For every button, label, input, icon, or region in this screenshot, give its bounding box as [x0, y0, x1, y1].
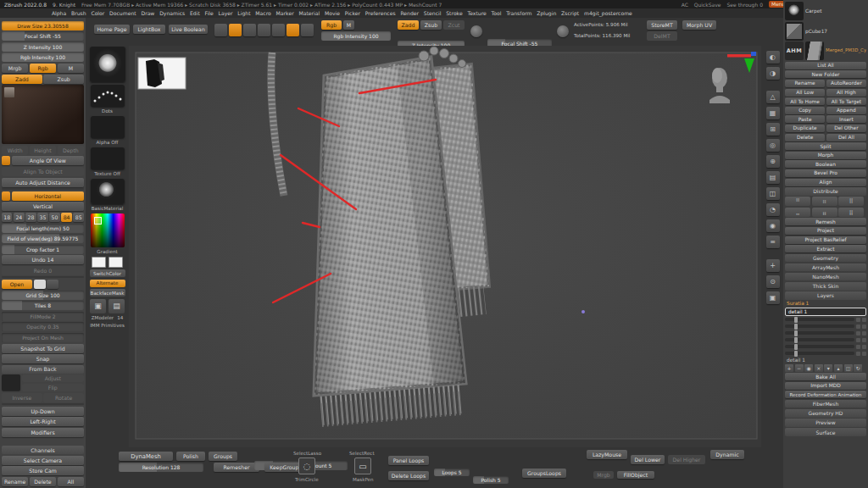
- menu-item[interactable]: Stroke: [443, 10, 465, 16]
- focal-shift-slider[interactable]: Focal Shift -55: [2, 31, 84, 41]
- zcut-button[interactable]: Zcut: [443, 20, 465, 30]
- color-picker[interactable]: [91, 214, 125, 247]
- draw-size-slider[interactable]: Draw Size 23.30558: [2, 21, 84, 30]
- delete-loops-button[interactable]: Delete Loops: [388, 471, 429, 480]
- menu-item[interactable]: File: [203, 10, 216, 16]
- subtool-button[interactable]: Del Other: [826, 125, 866, 132]
- remesher-button[interactable]: Remesher: [214, 463, 259, 472]
- material-preview[interactable]: [2, 85, 84, 144]
- menu-item[interactable]: Draw: [139, 10, 158, 16]
- focal-preset-button[interactable]: 84: [61, 213, 71, 222]
- tool-action-button[interactable]: Project: [785, 227, 866, 235]
- resolution-slider[interactable]: Resolution 128: [119, 463, 203, 472]
- layer-tool-button[interactable]: ◉: [804, 364, 813, 372]
- layer-eye-icon[interactable]: [856, 352, 860, 356]
- subtool-button[interactable]: All High: [826, 89, 866, 97]
- current-brush-thumbnail[interactable]: [90, 47, 125, 82]
- tool-section-header[interactable]: FiberMesh: [785, 400, 866, 408]
- distribute-icon[interactable]: ⣤: [812, 208, 837, 217]
- del-higher-button[interactable]: Del Higher: [668, 455, 705, 464]
- morph-uv-button[interactable]: Morph UV: [682, 20, 716, 30]
- layer-eye-icon[interactable]: [856, 318, 860, 322]
- tool-section-header[interactable]: Thick Skin: [785, 282, 866, 291]
- menu-item[interactable]: m4git_postercome: [581, 10, 635, 16]
- active-tool-thumbnail[interactable]: [805, 42, 824, 60]
- delete-button[interactable]: Delete: [30, 477, 56, 486]
- redo-button[interactable]: Redo 0: [2, 266, 84, 275]
- layer-tool-button[interactable]: ◫: [844, 364, 853, 372]
- live-boolean-button[interactable]: Live Boolean: [169, 25, 208, 34]
- focal-preset-button[interactable]: 35: [37, 213, 47, 222]
- up-down-button[interactable]: Up-Down: [2, 407, 84, 416]
- subtool-action-button[interactable]: Boolean: [785, 160, 866, 168]
- zadd-button[interactable]: Zadd: [2, 75, 42, 84]
- horizontal-button[interactable]: Horizontal: [12, 191, 84, 201]
- focal-preset-button[interactable]: 50: [49, 213, 59, 222]
- subtool-button[interactable]: Delete: [785, 134, 825, 141]
- main-color-swatch[interactable]: [92, 257, 106, 268]
- active-layer-row[interactable]: detail 1: [785, 308, 866, 316]
- menu-item[interactable]: Movie: [322, 10, 342, 16]
- brush-logo-thumbnail[interactable]: AHM: [785, 42, 804, 60]
- solo-icon[interactable]: ◉: [766, 219, 780, 232]
- select-rect-icon[interactable]: ▭: [354, 458, 371, 474]
- layer-slider-row[interactable]: [785, 330, 866, 336]
- crop-factor-slider[interactable]: Crop factor 1: [2, 245, 84, 254]
- tool-section-header[interactable]: Geometry HD: [785, 409, 866, 418]
- angle-of-view-button[interactable]: Angle Of View: [12, 156, 84, 165]
- layer-eye-icon[interactable]: [856, 324, 860, 329]
- polyframe-icon[interactable]: ▤: [766, 171, 780, 184]
- distribute-icon[interactable]: ⣀: [785, 208, 810, 217]
- layer-intensity-slider[interactable]: [785, 345, 854, 348]
- menu-item[interactable]: Material: [297, 10, 323, 16]
- zadd-button[interactable]: Zadd: [398, 20, 419, 30]
- opacity-slider[interactable]: Opacity 0.35: [2, 322, 84, 331]
- switch-color-button[interactable]: SwitchColor: [90, 269, 125, 277]
- layer-record-icon[interactable]: [862, 331, 866, 336]
- distribute-icon[interactable]: ⠛: [785, 197, 810, 206]
- draw-pointer-icon[interactable]: [229, 24, 242, 36]
- local-icon[interactable]: ◎: [766, 139, 780, 152]
- loops-slider[interactable]: Loops 5: [434, 469, 470, 476]
- m-button[interactable]: M: [58, 64, 84, 73]
- lightbox-button[interactable]: LightBox: [133, 25, 165, 34]
- select-camera-button[interactable]: Select Camera: [2, 456, 84, 465]
- snapshot-to-grid-button[interactable]: Snapshot To Grid: [2, 344, 84, 353]
- distribute-icon[interactable]: ⠶: [812, 197, 837, 206]
- texture-thumbnail[interactable]: [91, 147, 125, 169]
- subtool-action-button[interactable]: Bevel Pro: [785, 169, 866, 177]
- layer-record-icon[interactable]: [862, 345, 866, 349]
- symmetry-icon[interactable]: ⊕: [766, 155, 780, 168]
- viewport-canvas[interactable]: [129, 46, 761, 447]
- floor-axis-icon[interactable]: [34, 280, 46, 289]
- layer-intensity-slider[interactable]: [785, 331, 854, 335]
- m-button[interactable]: M: [343, 20, 354, 30]
- dynamic-button[interactable]: Dynamic: [710, 450, 744, 459]
- menu-item[interactable]: Brush: [69, 10, 88, 16]
- layer-tool-button[interactable]: ▴: [834, 364, 843, 372]
- menu-item[interactable]: Stencil: [421, 10, 443, 16]
- menu-item[interactable]: Macro: [253, 10, 273, 16]
- list-all-button[interactable]: List All: [785, 62, 866, 69]
- subtool-button[interactable]: Copy: [785, 107, 825, 114]
- persp-icon[interactable]: △: [766, 91, 780, 103]
- axis-x-icon[interactable]: [727, 54, 751, 58]
- layer-slider-row[interactable]: [785, 337, 866, 342]
- subtool-button[interactable]: Paste: [785, 115, 825, 123]
- subtool-button[interactable]: All To Home: [785, 97, 825, 105]
- rotate-icon[interactable]: [272, 24, 285, 36]
- tool-action-button[interactable]: Project BasRelief: [785, 236, 866, 244]
- rgb-button[interactable]: Rgb: [321, 20, 342, 30]
- floor-icon[interactable]: ▦: [766, 107, 780, 119]
- fill-mode-slider[interactable]: FillMode 2: [2, 312, 84, 321]
- gyro-icon[interactable]: [470, 25, 482, 37]
- tool-section-header[interactable]: Preview: [785, 419, 866, 427]
- flip-button[interactable]: Flip: [22, 384, 84, 391]
- layer-tool-button[interactable]: ×: [815, 364, 823, 372]
- tool-section-header[interactable]: Geometry: [785, 254, 866, 263]
- menu-item[interactable]: Edit: [187, 10, 203, 16]
- zmodeler-icon[interactable]: ▣: [90, 299, 106, 313]
- del-mt-button[interactable]: DelMT: [647, 31, 677, 41]
- focal-preset-button[interactable]: 85: [73, 213, 83, 222]
- subtool-button[interactable]: All To Target: [826, 97, 866, 105]
